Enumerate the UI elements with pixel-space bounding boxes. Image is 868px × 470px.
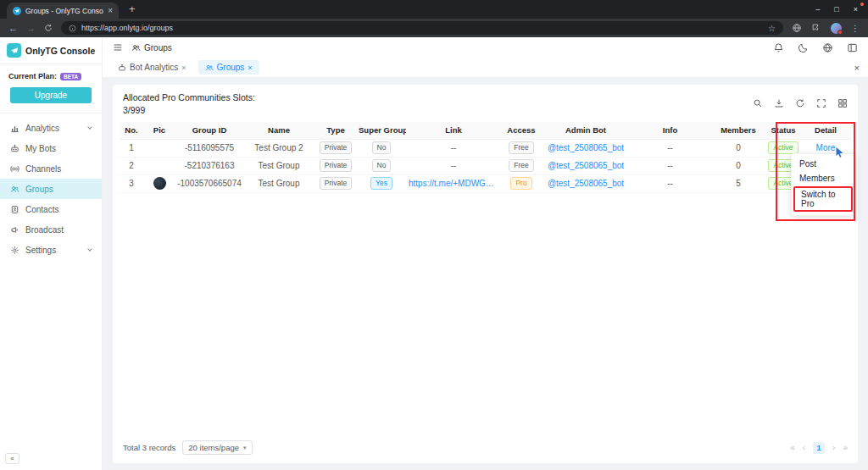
page-size-select[interactable]: 20 items/page ▾	[182, 440, 252, 455]
close-all-tabs-icon[interactable]: ×	[854, 63, 860, 73]
tab-close-icon[interactable]: ×	[181, 64, 186, 72]
table-toolbar	[753, 91, 848, 122]
dark-mode-moon-icon[interactable]	[798, 42, 809, 53]
first-page-icon[interactable]: «	[790, 443, 795, 452]
row-actions-dropdown: Post Members Switch to Pro	[791, 153, 855, 216]
tab-close-icon[interactable]: ×	[108, 6, 113, 15]
cell-pic	[143, 157, 175, 174]
col-members: Members	[710, 122, 766, 139]
search-icon[interactable]	[753, 98, 763, 108]
tab-groups[interactable]: Groups ×	[198, 60, 259, 75]
menu-item-post[interactable]: Post	[792, 157, 854, 171]
sidebar-nav: Analytics My Bots Channels Groups	[0, 113, 102, 260]
current-plan-label: Current Plan:	[8, 72, 57, 80]
sidebar-item-channels[interactable]: Channels	[0, 158, 102, 179]
fullscreen-icon[interactable]	[816, 98, 826, 108]
tab-bot-analytics[interactable]: Bot Analytics ×	[111, 60, 193, 75]
status-tag: Active	[768, 141, 798, 154]
telegram-favicon-icon	[13, 7, 21, 15]
language-globe-icon[interactable]	[822, 42, 833, 53]
site-info-icon[interactable]	[69, 25, 76, 32]
profile-avatar[interactable]	[831, 23, 842, 34]
bar-chart-icon	[10, 124, 19, 133]
app-title: OnlyTG Console	[25, 46, 95, 56]
tab-close-icon[interactable]: ×	[248, 64, 252, 72]
col-type: Type	[314, 122, 357, 139]
robot-icon	[10, 144, 19, 153]
table-row: 1 -5116095575 Test Group 2 Private No --…	[120, 139, 851, 157]
column-settings-icon[interactable]	[837, 98, 848, 108]
browser-tabbar: Groups - OnlyTG Console × + – □ ×	[0, 0, 868, 19]
url-bar[interactable]: https://app.onlytg.io/groups ☆	[61, 21, 783, 35]
extensions-puzzle-icon[interactable]	[811, 23, 821, 33]
screen: Groups - OnlyTG Console × + – □ × ← → ht…	[0, 0, 868, 470]
type-tag: Private	[320, 177, 352, 190]
access-tag: Free	[509, 159, 533, 172]
slots-label: Allocated Pro Communities Slots:	[123, 91, 255, 104]
sidebar-item-broadcast[interactable]: Broadcast	[0, 219, 102, 240]
groups-table: No. Pic Group ID Name Type Super Group L…	[120, 122, 851, 193]
col-group-id: Group ID	[175, 122, 243, 139]
people-icon	[131, 43, 141, 53]
maximize-icon[interactable]: □	[834, 5, 838, 14]
cell-pic	[143, 174, 175, 192]
header-actions	[773, 42, 858, 53]
window-close-icon[interactable]: ×	[854, 5, 858, 14]
col-access: Access	[501, 122, 542, 139]
chevron-down-icon	[87, 124, 92, 130]
browser-menu-icon[interactable]: ⋮	[851, 24, 860, 33]
refresh-icon[interactable]	[795, 98, 805, 108]
last-page-icon[interactable]: »	[843, 443, 848, 452]
next-page-icon[interactable]: ›	[832, 443, 835, 452]
download-icon[interactable]	[774, 98, 784, 108]
menu-item-members[interactable]: Members	[792, 171, 854, 185]
bookmark-star-icon[interactable]: ☆	[768, 24, 776, 33]
col-pic: Pic	[143, 122, 175, 139]
layout-panel-icon[interactable]	[847, 42, 858, 53]
translate-icon[interactable]	[792, 23, 802, 33]
sidebar-collapse-button[interactable]: «	[5, 453, 19, 464]
col-status: Status	[766, 122, 800, 139]
browser-tab[interactable]: Groups - OnlyTG Console ×	[7, 3, 119, 19]
app-logo[interactable]: OnlyTG Console	[0, 37, 102, 64]
table-row: 2 -5210376163 Test Group Private No -- F…	[120, 157, 851, 174]
menu-item-switch-to-pro[interactable]: Switch to Pro	[795, 188, 851, 210]
group-avatar	[153, 177, 166, 190]
upgrade-button[interactable]: Upgrade	[10, 87, 92, 103]
sidebar: OnlyTG Console Current Plan: BETA Upgrad…	[0, 37, 103, 470]
sidebar-item-settings[interactable]: Settings	[0, 240, 102, 260]
admin-bot-link[interactable]: @test_2508065_bot	[548, 161, 624, 170]
forward-icon[interactable]: →	[26, 24, 36, 33]
app-window: OnlyTG Console Current Plan: BETA Upgrad…	[0, 37, 868, 470]
reload-icon[interactable]	[44, 24, 53, 32]
sidebar-item-groups[interactable]: Groups	[0, 179, 102, 199]
more-dropdown-link[interactable]: More	[816, 143, 836, 152]
admin-bot-link[interactable]: @test_2508065_bot	[548, 143, 624, 152]
notification-bell-icon[interactable]	[773, 42, 784, 53]
slots-value: 3/999	[123, 104, 255, 117]
back-icon[interactable]: ←	[8, 24, 18, 33]
contact-card-icon	[10, 205, 19, 214]
minimize-icon[interactable]: –	[815, 5, 820, 14]
type-tag: Private	[320, 159, 352, 172]
invite-link[interactable]: https://t.me/+MDWGW-0kyLA4N...	[409, 179, 498, 188]
prev-page-icon[interactable]: ‹	[803, 443, 805, 452]
sidebar-item-my-bots[interactable]: My Bots	[0, 138, 102, 158]
table-row: 3 -1003570665074 Test Group Private Yes …	[120, 174, 851, 192]
sidebar-item-contacts[interactable]: Contacts	[0, 199, 102, 219]
access-tag: Pro	[510, 177, 531, 190]
plan-section: Current Plan: BETA Upgrade	[0, 64, 102, 113]
new-tab-icon[interactable]: +	[129, 3, 136, 15]
col-no: No.	[120, 122, 143, 139]
admin-bot-link[interactable]: @test_2508065_bot	[548, 179, 624, 188]
people-icon	[205, 64, 214, 72]
sidebar-item-analytics[interactable]: Analytics	[0, 118, 102, 138]
url-text[interactable]: https://app.onlytg.io/groups	[81, 24, 763, 32]
table-header-row: No. Pic Group ID Name Type Super Group L…	[120, 122, 851, 139]
hamburger-menu-icon[interactable]	[113, 42, 123, 53]
page-number[interactable]: 1	[813, 442, 825, 454]
col-detail: Detail	[800, 122, 851, 139]
content-area: Allocated Pro Communities Slots: 3/999	[103, 78, 868, 470]
broadcast-tower-icon	[10, 164, 19, 174]
chevron-down-icon	[87, 246, 92, 252]
